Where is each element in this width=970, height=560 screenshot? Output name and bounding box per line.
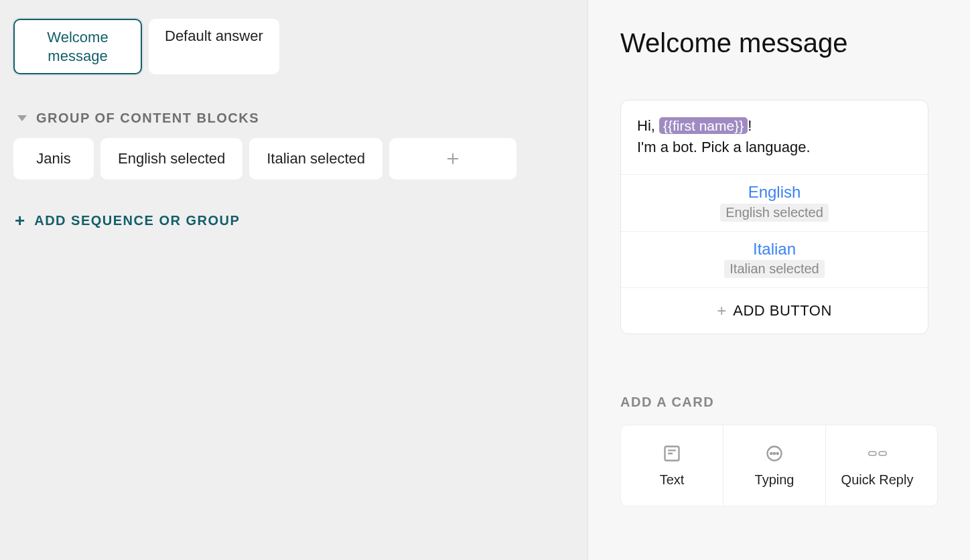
svg-rect-9 [868,451,876,456]
message-card: Hi, {{first name}}! I'm a bot. Pick a la… [620,100,928,334]
block-english-selected[interactable]: English selected [100,138,242,180]
option-italian[interactable]: Italian Italian selected [621,231,928,288]
chip-welcome-message[interactable]: Welcome message [13,19,142,74]
block-janis[interactable]: Janis [13,138,94,180]
option-label: Italian [621,240,928,259]
top-chip-row: Welcome message Default answer [13,19,574,74]
chip-default-answer[interactable]: Default answer [149,19,279,74]
group-title: GROUP OF CONTENT BLOCKS [36,111,259,126]
msg-line2: I'm a bot. Pick a language. [637,139,811,155]
add-block-button[interactable] [389,138,516,180]
card-types-row: Text Typing Quick Reply [620,425,938,506]
variable-chip-first-name[interactable]: {{first name}} [659,117,748,134]
group-header: GROUP OF CONTENT BLOCKS [13,111,574,126]
add-card-heading: ADD A CARD [620,395,938,410]
page-title: Welcome message [620,28,938,58]
collapse-triangle-icon[interactable] [17,115,27,121]
block-italian-selected[interactable]: Italian selected [249,138,383,180]
add-button-row[interactable]: + ADD BUTTON [621,287,928,334]
plus-icon: + [15,212,25,229]
msg-pre: Hi, [637,117,659,134]
svg-point-6 [770,453,772,454]
card-type-quick-reply[interactable]: Quick Reply [826,425,928,506]
option-sub: English selected [720,204,829,222]
quick-reply-icon [868,444,887,463]
left-panel: Welcome message Default answer GROUP OF … [0,0,588,560]
block-row: Janis English selected Italian selected [13,138,574,180]
card-type-typing[interactable]: Typing [723,425,826,506]
msg-post: ! [748,117,752,134]
add-sequence-button[interactable]: + ADD SEQUENCE OR GROUP [13,212,574,229]
add-sequence-label: ADD SEQUENCE OR GROUP [34,213,240,228]
right-panel: Welcome message Hi, {{first name}}! I'm … [588,0,970,560]
svg-point-8 [777,453,778,454]
svg-point-7 [774,453,775,454]
message-body[interactable]: Hi, {{first name}}! I'm a bot. Pick a la… [621,100,928,174]
card-type-label: Typing [755,472,794,488]
card-type-label: Text [660,472,685,488]
option-english[interactable]: English English selected [621,174,928,231]
plus-icon [445,151,460,166]
svg-rect-10 [879,451,886,456]
option-sub: Italian selected [724,260,824,278]
add-button-label: ADD BUTTON [733,302,832,320]
card-type-text[interactable]: Text [621,425,723,506]
card-type-label: Quick Reply [841,472,914,488]
plus-icon: + [717,301,726,320]
text-icon [663,444,681,463]
typing-icon [765,444,784,463]
option-label: English [621,183,928,202]
